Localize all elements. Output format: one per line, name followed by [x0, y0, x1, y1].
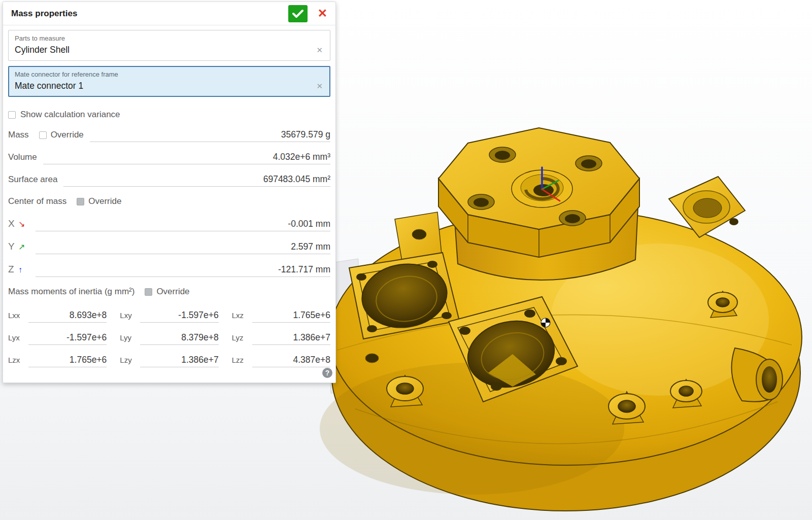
com-override-label: Override [88, 196, 121, 206]
mass-row: Mass Override 35679.579 g [8, 129, 330, 142]
dialog-body: Parts to measure Cylinder Shell ✕ Mate c… [3, 25, 335, 367]
dialog-titlebar: Mass properties ✕ [3, 2, 335, 25]
parts-to-measure-field[interactable]: Parts to measure Cylinder Shell ✕ [8, 30, 330, 61]
com-y-value: 2.597 mm [36, 241, 330, 254]
inertia-matrix: Lxx 8.693e+8 Lxy -1.597e+6 Lxz 1.765e+6 … [8, 310, 330, 367]
parts-to-measure-value[interactable]: Cylinder Shell [15, 45, 315, 55]
inertia-cell-lzx: Lzx 1.765e+6 [8, 355, 107, 367]
inertia-override-checkbox[interactable] [145, 288, 152, 296]
volume-label: Volume [8, 152, 37, 162]
variance-checkbox[interactable] [8, 111, 16, 119]
com-y-row: Y ↗ 2.597 mm [8, 241, 330, 254]
checkmark-icon [292, 9, 303, 18]
inertia-cell-lyz: Lyz 1.386e+7 [232, 332, 330, 345]
com-x-row: X ↘ -0.001 mm [8, 218, 330, 231]
clear-parts-icon[interactable]: ✕ [315, 46, 324, 55]
clear-mate-icon[interactable]: ✕ [315, 82, 324, 91]
inertia-header-row: Mass moments of inertia (g mm²) Override [8, 287, 330, 299]
mate-connector-field[interactable]: Mate connector for reference frame Mate … [8, 66, 330, 97]
com-override-checkbox[interactable] [77, 198, 84, 205]
part-top-flange[interactable] [438, 128, 639, 257]
com-z-row: Z ↑ -121.717 mm [8, 264, 330, 277]
inertia-cell-lyx: Lyx -1.597e+6 [8, 332, 107, 345]
com-z-value: -121.717 mm [36, 264, 330, 277]
axis-x-arrow-icon: ↘ [18, 219, 29, 229]
mass-properties-dialog: Mass properties ✕ Parts to measure Cylin… [3, 2, 336, 383]
inertia-cell-lxz: Lxz 1.765e+6 [232, 310, 330, 323]
mass-value: 35679.579 g [90, 129, 330, 142]
axis-x-label: X [8, 218, 18, 229]
axis-y-arrow-icon: ↗ [18, 242, 29, 252]
center-of-mass-row: Center of mass Override [8, 196, 330, 209]
inertia-label: Mass moments of inertia (g mm²) [8, 287, 134, 297]
mass-override-label: Override [51, 130, 84, 140]
volume-row: Volume 4.032e+6 mm³ [8, 152, 330, 164]
axis-z-arrow-icon: ↑ [18, 265, 29, 274]
com-x-value: -0.001 mm [36, 219, 330, 231]
inertia-cell-lyy: Lyy 8.379e+8 [120, 332, 218, 345]
axis-y-label: Y [8, 241, 18, 252]
inertia-cell-lzz: Lzz 4.387e+8 [232, 355, 330, 367]
dialog-title: Mass properties [11, 9, 288, 19]
help-icon[interactable]: ? [322, 368, 332, 378]
inertia-cell-lzy: Lzy 1.386e+7 [120, 355, 218, 367]
parts-to-measure-label: Parts to measure [15, 34, 324, 42]
variance-row: Show calculation variance [8, 110, 330, 120]
axis-z-label: Z [8, 264, 18, 275]
center-of-mass-label: Center of mass [8, 196, 66, 206]
inertia-override-label: Override [156, 287, 189, 297]
volume-value: 4.032e+6 mm³ [43, 152, 330, 164]
center-of-mass-indicator [541, 318, 550, 327]
inertia-cell-lxx: Lxx 8.693e+8 [8, 310, 107, 323]
mass-label: Mass [8, 130, 29, 140]
variance-label: Show calculation variance [20, 110, 120, 120]
mate-connector-value[interactable]: Mate connector 1 [15, 81, 315, 91]
accept-button[interactable] [288, 5, 308, 22]
surface-area-value: 697483.045 mm² [63, 174, 330, 187]
mass-override-checkbox[interactable] [39, 131, 47, 139]
close-button[interactable]: ✕ [315, 7, 330, 20]
inertia-cell-lxy: Lxy -1.597e+6 [120, 310, 218, 323]
surface-area-row: Surface area 697483.045 mm² [8, 174, 330, 187]
surface-area-label: Surface area [8, 175, 57, 185]
mate-connector-label: Mate connector for reference frame [15, 71, 324, 78]
